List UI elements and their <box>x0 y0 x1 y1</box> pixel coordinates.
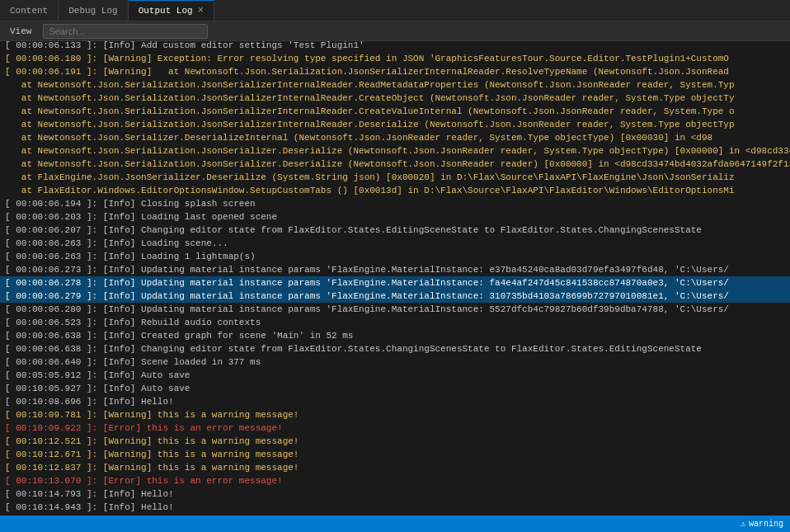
log-line[interactable]: [ 00:00:06.280 ]: [Info] Updating materi… <box>0 303 790 316</box>
tab-output-log[interactable]: Output Log × <box>129 0 214 21</box>
log-line[interactable]: [ 00:00:06.523 ]: [Info] Rebuild audio c… <box>0 316 790 329</box>
log-line[interactable]: [ 00:10:12.837 ]: [Warning] this is a wa… <box>0 461 790 474</box>
log-line[interactable]: at FlaxEditor.Windows.EditorOptionsWindo… <box>0 184 790 197</box>
log-line[interactable]: at Newtonsoft.Json.Serialization.JsonSer… <box>0 118 790 131</box>
log-line[interactable]: [ 00:00:06.638 ]: [Info] Changing editor… <box>0 342 790 355</box>
warning-icon: ⚠ <box>741 519 745 529</box>
log-line[interactable]: at Newtonsoft.Json.Serializer.Deserializ… <box>0 131 790 144</box>
tab-content[interactable]: Content <box>0 0 59 21</box>
log-line[interactable]: at FlaxEngine.Json.JsonSerializer.Deseri… <box>0 171 790 184</box>
log-area[interactable]: [ 00:00:05.806 ]: [Info] Assembly 'Game.… <box>0 41 790 516</box>
search-input[interactable] <box>43 24 208 39</box>
log-line[interactable]: [ 00:10:13.070 ]: [Error] this is an err… <box>0 474 790 487</box>
log-line[interactable]: at Newtonsoft.Json.Serialization.JsonSer… <box>0 105 790 118</box>
log-line[interactable]: at Newtonsoft.Json.Serialization.JsonSer… <box>0 144 790 158</box>
log-line[interactable]: [ 00:10:08.696 ]: [Info] Hello! <box>0 395 790 408</box>
log-line[interactable]: [ 00:05:05.912 ]: [Info] Auto save <box>0 369 790 382</box>
log-line[interactable]: [ 00:10:12.671 ]: [Warning] this is a wa… <box>0 448 790 461</box>
toolbar: View <box>0 21 790 41</box>
log-line[interactable]: [ 00:00:06.278 ]: [Info] Updating materi… <box>0 276 790 290</box>
log-line[interactable]: [ 00:00:06.180 ]: [Warning] Exception: E… <box>0 52 790 65</box>
log-line[interactable]: [ 00:00:06.203 ]: [Info] Loading last op… <box>0 210 790 224</box>
close-icon[interactable]: × <box>198 6 204 16</box>
log-line[interactable]: [ 00:00:06.638 ]: [Info] Created graph f… <box>0 329 790 342</box>
log-line[interactable]: [ 00:00:06.207 ]: [Info] Changing editor… <box>0 224 790 237</box>
log-line[interactable]: at Newtonsoft.Json.Serialization.JsonSer… <box>0 92 790 105</box>
log-line[interactable]: [ 00:10:14.943 ]: [Info] Hello! <box>0 501 790 514</box>
log-line[interactable]: [ 00:00:06.194 ]: [Info] Closing splash … <box>0 197 790 210</box>
log-line[interactable]: [ 00:00:06.273 ]: [Info] Updating materi… <box>0 263 790 276</box>
log-line[interactable]: at Newtonsoft.Json.Serialization.JsonSer… <box>0 78 790 92</box>
tab-bar: Content Debug Log Output Log × <box>0 0 790 21</box>
log-line[interactable]: [ 00:10:09.781 ]: [Warning] this is a wa… <box>0 408 790 421</box>
tab-debug-log[interactable]: Debug Log <box>59 0 128 21</box>
view-button[interactable]: View <box>5 25 36 38</box>
status-warning: ⚠ warning <box>741 519 783 529</box>
log-line[interactable]: [ 00:00:06.263 ]: [Info] Loading 1 light… <box>0 250 790 263</box>
log-line[interactable]: [ 00:10:14.793 ]: [Info] Hello! <box>0 487 790 501</box>
log-line[interactable]: [ 00:10:09.922 ]: [Error] this is an err… <box>0 421 790 435</box>
log-line[interactable]: [ 00:10:12.521 ]: [Warning] this is a wa… <box>0 435 790 448</box>
log-line[interactable]: [ 00:10:05.927 ]: [Info] Auto save <box>0 382 790 395</box>
log-line[interactable]: [ 00:00:06.640 ]: [Info] Scene loaded in… <box>0 355 790 369</box>
log-line[interactable]: at Newtonsoft.Json.Serialization.JsonSer… <box>0 158 790 171</box>
log-line[interactable]: [ 00:00:06.263 ]: [Info] Loading scene..… <box>0 237 790 250</box>
log-line[interactable]: [ 00:00:06.133 ]: [Info] Add custom edit… <box>0 41 790 52</box>
warning-text: warning <box>749 520 783 529</box>
log-line[interactable]: [ 00:00:06.191 ]: [Warning] at Newtonsof… <box>0 65 790 78</box>
status-bar: ⚠ warning <box>0 516 790 532</box>
log-line[interactable]: [ 00:00:06.279 ]: [Info] Updating materi… <box>0 290 790 303</box>
